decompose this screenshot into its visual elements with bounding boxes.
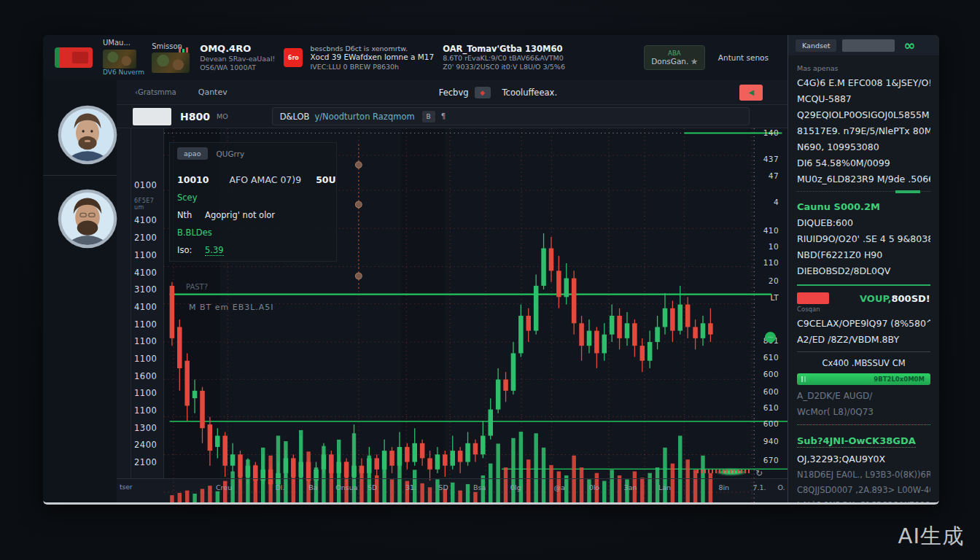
watchlist-item[interactable]: N690, 109953080 [797,141,930,152]
legend-row-4a: Iso: [177,245,192,255]
candle-body [412,443,417,462]
muted-line: A_D2DK/E AUGD/ [797,391,930,401]
infinity-icon[interactable]: ∞ [903,39,915,52]
time-label: Onsua [335,483,357,491]
balance-line: NBD(F6221Z0 H90 [797,249,930,260]
price-label-right: 940 [763,437,779,446]
legend-row-3: B.BLDes [177,228,212,238]
watchlist-item[interactable]: MCQU-5887 [797,93,930,104]
price-label-right: 110 [763,258,779,267]
panel-body: Mas apenas C4G)6 E.M EFC008 1&JSEY/O! MC… [788,55,939,502]
candle-body [458,451,463,462]
candle-body [374,458,379,469]
time-label: O. [777,483,785,491]
price-label-left: 1100 [134,336,157,346]
avatar-1-image [57,104,118,166]
price-label-right: 610 [763,403,779,412]
candle-body [329,454,334,473]
brand-logo[interactable] [55,47,93,68]
avatar-analyst-1[interactable] [57,104,118,166]
station-thumbnail[interactable] [103,50,136,69]
search-edit-icon[interactable]: ¶ [441,112,446,120]
preview-thumbnail[interactable] [152,52,190,73]
tools-label[interactable]: Tcooluffeeax. [502,88,558,98]
back-button[interactable]: ◀ [739,85,763,101]
symbol-search-field[interactable]: D&LOB y/Noodturton Razqmom B ¶ [272,107,750,125]
time-label: Lan [658,483,671,491]
feed-label[interactable]: Fecbvg [439,88,469,98]
time-label: 0lo [589,483,600,491]
gauge-label: Cx400 .MBSSUV CM [797,358,930,368]
tab-watchlist[interactable]: Kandset [796,39,836,52]
section-balance-title: Caunu S000.2M [797,201,930,212]
ticker-block[interactable]: OMQ.4RO Devean SRav-eaUaal! OS6/WA 1000A… [200,43,275,72]
legend-ohlc-close: 50U [316,174,336,185]
legend-pill-button[interactable]: apao [177,147,208,160]
search-text: y/Noodturton Razqmom [314,112,414,122]
body-row: ‹Gratsmma Qantev Fecbvg ◆ Tcooluffeeax. … [43,80,788,502]
candle-body [579,323,584,346]
candle-body [170,286,175,338]
price-label-left: 1100 [134,250,157,260]
candle-body [435,454,440,470]
symbol-swatch[interactable] [133,108,171,125]
ticker-line2: OS6/WA 1000AT [200,63,275,72]
timeframe-label[interactable]: H800 [180,111,210,122]
panel-search-input[interactable] [842,39,895,52]
candle-body [177,327,182,368]
event-marker-dot [355,162,362,168]
price-axis-left: 0100410021001100410031004100110011001100… [117,128,164,478]
progress-gauge[interactable]: 9BT2L0x0M0M [797,373,930,385]
watchlist-item[interactable]: Q29EQIOLP0OSIGOJ0L5855M [797,109,930,120]
news-headline: Xocd 39 EWafdxen lomne a M17 [310,52,434,62]
news-block[interactable]: bescbnds D6ct is xenomrtw. Xocd 39 EWafd… [310,44,434,71]
broker-badge[interactable]: 6ro [284,48,303,67]
price-label-left: 1300 [134,423,157,433]
watchlist-item[interactable]: DI6 54.58%0M/0099 [797,158,930,168]
trading-app-window: UMau... DV6 Nuverm Smisson OMQ.4RO Devea… [43,35,939,505]
candle-body [208,424,213,451]
candle-body [200,391,205,428]
preview-block: Smisson [152,42,190,74]
chart-faint-label-2: M BT em EB3L.A5I [189,303,274,312]
candle-body [284,458,289,473]
watchlist-item[interactable]: C4G)6 E.M EFC008 1&JSEY/O! [797,77,930,88]
candle-body [367,458,372,473]
candle-body [246,466,251,477]
position-row: VOUP,800SD! [797,292,930,304]
candle-body [397,447,402,466]
balance-line: DIQUEB:600 [797,217,930,228]
session-button-bottom: DonsGan. ✯ [651,57,697,66]
account-title: OAR_Tomav'Gtba 130M60 [443,44,565,54]
watchlist-item[interactable]: 81517E9. n79E/5/NlePTx 80M9.07009 [797,125,930,136]
legend-row-4b[interactable]: 5.39 [205,245,224,256]
refresh-icon[interactable]: ↻ [755,468,763,478]
menu-quotes[interactable]: Qantev [198,88,228,97]
watchlist-item[interactable]: MU0z_6LD823R9 M/9de .5066257 [797,174,930,184]
breadcrumb[interactable]: ‹Gratsmma [135,88,176,96]
candlestick-plot[interactable]: 1404374744101011020LT8016106006006106009… [164,128,788,478]
candle-body [389,451,394,466]
section-orders-title[interactable]: Sub?4JNI-OwCK38GDA [797,435,916,448]
orders-gray-left: LAL)6:9N3@X [797,500,855,502]
candle-body [215,436,220,447]
orders-gray-row: LAL)6:9N3@X C1CRS3S/Y/7099 [797,500,930,502]
price-label-right: 437 [763,155,779,163]
price-label-right: 600 [763,370,779,378]
dotted-separator [797,191,930,192]
time-label: SD [438,483,448,491]
chat-bubble-icon[interactable]: … [765,332,776,343]
candle-body [450,451,455,466]
search-box-icon[interactable]: B [422,111,435,122]
avatar-analyst-2[interactable] [57,188,118,249]
price-label-right: 600 [763,419,779,428]
tick-strip-marker [697,470,750,473]
price-label-right: 4 [774,198,779,206]
news-ticker-line: bescbnds D6ct is xenomrtw. [310,44,434,53]
session-button[interactable]: ABA DonsGan. ✯ [644,45,705,70]
position-red-swatch[interactable] [797,292,829,304]
separator-green-chip [895,190,920,193]
candle-body [420,443,425,459]
feed-icon[interactable]: ◆ [475,87,491,98]
price-label-left: 4100 [134,215,157,225]
